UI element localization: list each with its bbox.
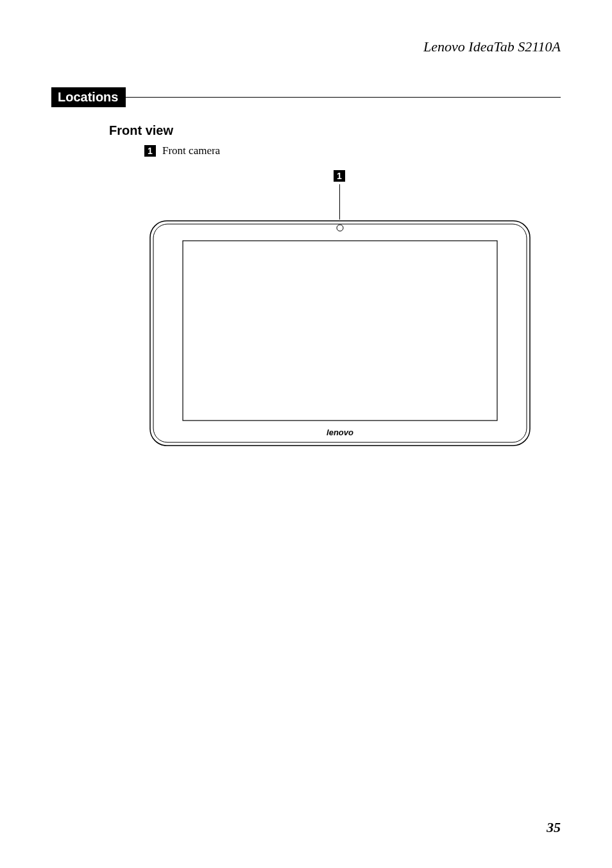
legend-row: 1 Front camera: [144, 144, 561, 157]
svg-rect-3: [183, 241, 497, 421]
subsection-title: Front view: [109, 123, 561, 138]
legend-callout-number: 1: [144, 145, 156, 157]
section-rule: [126, 97, 561, 98]
document-header-title: Lenovo IdeaTab S2110A: [51, 39, 561, 55]
section-label: Locations: [51, 87, 126, 107]
page-number: 35: [547, 819, 561, 836]
tablet-front-illustration: lenovo: [148, 218, 532, 449]
svg-point-2: [337, 225, 343, 231]
legend-text: Front camera: [162, 144, 220, 157]
brand-logo-text: lenovo: [327, 428, 353, 437]
callout-leader-line: [339, 184, 340, 220]
diagram-container: 1 lenovo: [148, 170, 545, 446]
diagram-callout-number: 1: [334, 170, 345, 182]
diagram-callout: 1: [334, 170, 345, 220]
section-bar: Locations: [51, 87, 561, 107]
